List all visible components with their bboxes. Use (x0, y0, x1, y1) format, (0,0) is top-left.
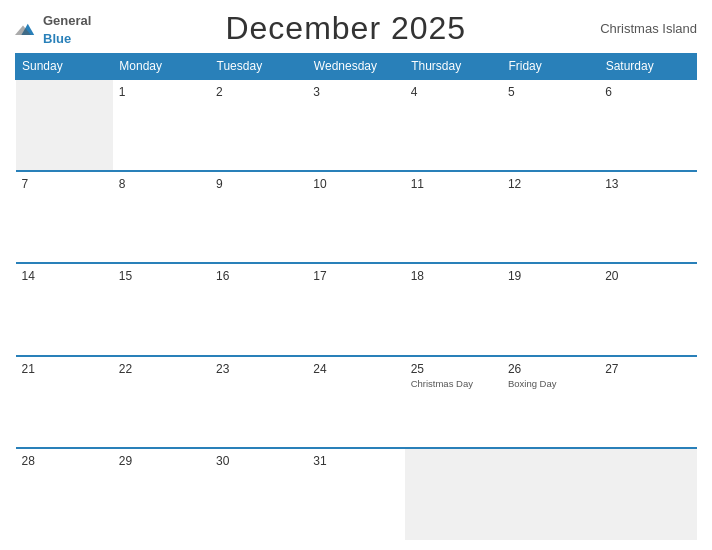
calendar-cell (599, 448, 696, 540)
week-row-0: 123456 (16, 79, 697, 171)
calendar-cell: 11 (405, 171, 502, 263)
weekday-header-row: SundayMondayTuesdayWednesdayThursdayFrid… (16, 54, 697, 80)
day-number: 8 (119, 177, 204, 191)
calendar-cell: 18 (405, 263, 502, 355)
day-number: 27 (605, 362, 690, 376)
day-number: 6 (605, 85, 690, 99)
week-row-1: 78910111213 (16, 171, 697, 263)
day-number: 16 (216, 269, 301, 283)
day-number: 9 (216, 177, 301, 191)
weekday-header-tuesday: Tuesday (210, 54, 307, 80)
day-number: 11 (411, 177, 496, 191)
calendar-cell: 21 (16, 356, 113, 448)
calendar-cell: 22 (113, 356, 210, 448)
day-number: 28 (22, 454, 107, 468)
weekday-header-monday: Monday (113, 54, 210, 80)
calendar-cell: 1 (113, 79, 210, 171)
calendar-cell: 7 (16, 171, 113, 263)
day-number: 14 (22, 269, 107, 283)
logo-icon (15, 19, 39, 39)
calendar-cell (502, 448, 599, 540)
day-number: 26 (508, 362, 593, 376)
logo-blue: Blue (43, 31, 71, 46)
calendar-cell: 5 (502, 79, 599, 171)
calendar-cell: 24 (307, 356, 404, 448)
calendar-cell: 14 (16, 263, 113, 355)
day-number: 21 (22, 362, 107, 376)
day-number: 13 (605, 177, 690, 191)
day-number: 5 (508, 85, 593, 99)
day-number: 2 (216, 85, 301, 99)
day-number: 15 (119, 269, 204, 283)
day-number: 17 (313, 269, 398, 283)
calendar-cell: 3 (307, 79, 404, 171)
day-number: 25 (411, 362, 496, 376)
calendar-cell: 2 (210, 79, 307, 171)
calendar-cell: 27 (599, 356, 696, 448)
logo-general: General (43, 13, 91, 28)
region-label: Christmas Island (600, 21, 697, 36)
weekday-header-sunday: Sunday (16, 54, 113, 80)
weekday-header-saturday: Saturday (599, 54, 696, 80)
weekday-header-friday: Friday (502, 54, 599, 80)
calendar-cell: 9 (210, 171, 307, 263)
day-number: 3 (313, 85, 398, 99)
calendar-cell: 4 (405, 79, 502, 171)
calendar-cell: 26Boxing Day (502, 356, 599, 448)
calendar-cell: 28 (16, 448, 113, 540)
calendar-cell: 20 (599, 263, 696, 355)
day-number: 22 (119, 362, 204, 376)
week-row-2: 14151617181920 (16, 263, 697, 355)
calendar-cell: 29 (113, 448, 210, 540)
calendar-cell: 12 (502, 171, 599, 263)
calendar-cell: 25Christmas Day (405, 356, 502, 448)
day-number: 23 (216, 362, 301, 376)
calendar-cell (405, 448, 502, 540)
weekday-header-thursday: Thursday (405, 54, 502, 80)
calendar-cell: 6 (599, 79, 696, 171)
day-number: 1 (119, 85, 204, 99)
calendar-cell: 16 (210, 263, 307, 355)
calendar-cell: 10 (307, 171, 404, 263)
calendar-cell: 15 (113, 263, 210, 355)
calendar-cell: 17 (307, 263, 404, 355)
day-number: 18 (411, 269, 496, 283)
day-number: 4 (411, 85, 496, 99)
day-number: 12 (508, 177, 593, 191)
calendar-table: SundayMondayTuesdayWednesdayThursdayFrid… (15, 53, 697, 540)
day-number: 10 (313, 177, 398, 191)
calendar-cell: 13 (599, 171, 696, 263)
day-number: 7 (22, 177, 107, 191)
logo: General Blue (15, 11, 91, 47)
day-number: 30 (216, 454, 301, 468)
day-number: 24 (313, 362, 398, 376)
calendar-cell: 19 (502, 263, 599, 355)
day-number: 20 (605, 269, 690, 283)
week-row-3: 2122232425Christmas Day26Boxing Day27 (16, 356, 697, 448)
logo-text: General Blue (43, 11, 91, 47)
calendar-title: December 2025 (225, 10, 466, 47)
day-number: 29 (119, 454, 204, 468)
calendar-cell: 30 (210, 448, 307, 540)
calendar-cell: 31 (307, 448, 404, 540)
calendar-header: General Blue December 2025 Christmas Isl… (15, 10, 697, 47)
calendar-cell: 8 (113, 171, 210, 263)
week-row-4: 28293031 (16, 448, 697, 540)
calendar-cell: 23 (210, 356, 307, 448)
calendar-cell (16, 79, 113, 171)
event-label: Boxing Day (508, 378, 593, 389)
day-number: 19 (508, 269, 593, 283)
weekday-header-wednesday: Wednesday (307, 54, 404, 80)
day-number: 31 (313, 454, 398, 468)
event-label: Christmas Day (411, 378, 496, 389)
